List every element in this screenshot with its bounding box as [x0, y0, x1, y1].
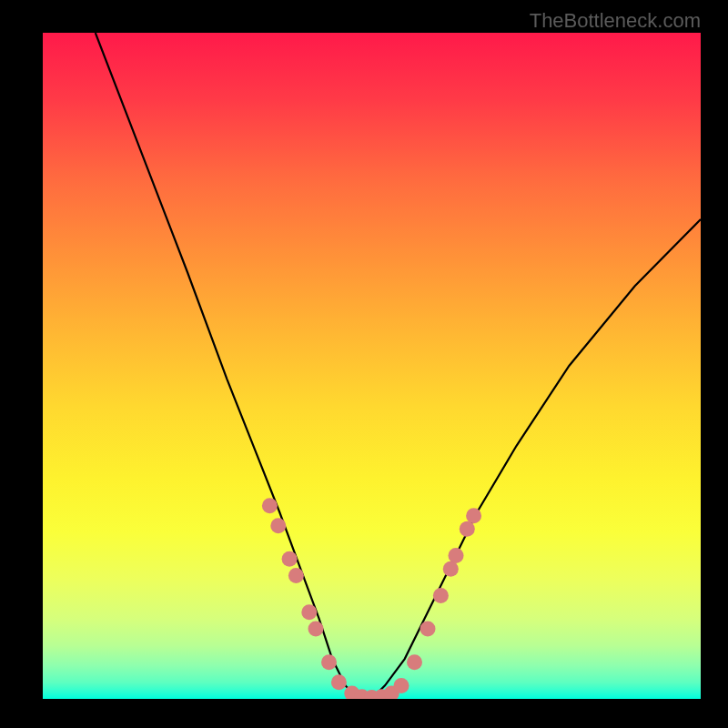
- curve-path: [96, 33, 701, 699]
- data-point: [308, 622, 324, 637]
- data-point: [460, 521, 475, 537]
- data-point: [420, 622, 436, 637]
- data-point: [331, 674, 347, 690]
- data-point: [282, 551, 298, 567]
- data-point: [262, 498, 278, 513]
- data-point: [270, 518, 286, 533]
- data-point: [466, 508, 481, 523]
- curve-svg: [43, 33, 701, 699]
- data-point: [449, 548, 464, 563]
- data-point: [288, 568, 304, 583]
- data-point: [433, 588, 449, 603]
- data-point: [407, 654, 422, 670]
- plot-area: [43, 33, 701, 699]
- watermark-text: TheBottleneck.com: [530, 9, 701, 33]
- data-point: [301, 604, 317, 620]
- chart-container: TheBottleneck.com: [0, 0, 728, 728]
- data-point: [394, 678, 410, 693]
- data-point: [321, 654, 337, 670]
- marker-group: [262, 498, 481, 699]
- bottleneck-curve: [96, 33, 701, 699]
- data-point: [443, 561, 459, 577]
